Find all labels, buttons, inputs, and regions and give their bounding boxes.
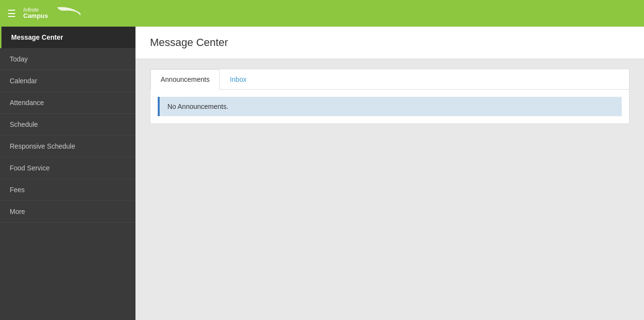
sidebar-item-responsive-schedule[interactable]: Responsive Schedule <box>0 136 135 157</box>
no-announcements-notice: No Announcements. <box>158 97 622 116</box>
sidebar-item-more[interactable]: More <box>0 201 135 223</box>
sidebar: Message Center Today Calendar Attendance… <box>0 27 135 320</box>
sidebar-item-schedule[interactable]: Schedule <box>0 114 135 136</box>
sidebar-item-message-center[interactable]: Message Center <box>0 27 135 48</box>
tab-content-announcements: No Announcements. <box>150 90 629 123</box>
content-body: Announcements Inbox No Announcements. <box>135 59 644 320</box>
sidebar-item-food-service[interactable]: Food Service <box>0 157 135 179</box>
tab-announcements[interactable]: Announcements <box>150 69 220 90</box>
sidebar-item-attendance[interactable]: Attendance <box>0 92 135 114</box>
svg-text:Campus: Campus <box>23 12 48 19</box>
hamburger-icon[interactable]: ☰ <box>7 8 16 19</box>
main-content: Message Center Announcements Inbox No An… <box>135 27 644 320</box>
sidebar-item-fees[interactable]: Fees <box>0 179 135 201</box>
sidebar-item-calendar[interactable]: Calendar <box>0 70 135 92</box>
tab-inbox[interactable]: Inbox <box>220 69 256 90</box>
app-header: ☰ Infinite Campus <box>0 0 644 27</box>
page-title: Message Center <box>150 36 629 49</box>
sidebar-item-today[interactable]: Today <box>0 48 135 70</box>
tabs-bar: Announcements Inbox <box>150 69 629 90</box>
message-center-panel: Announcements Inbox No Announcements. <box>150 69 629 124</box>
logo-svg: Infinite Campus <box>23 5 81 22</box>
logo: Infinite Campus <box>23 5 81 22</box>
content-header: Message Center <box>135 27 644 59</box>
main-layout: Message Center Today Calendar Attendance… <box>0 27 644 320</box>
